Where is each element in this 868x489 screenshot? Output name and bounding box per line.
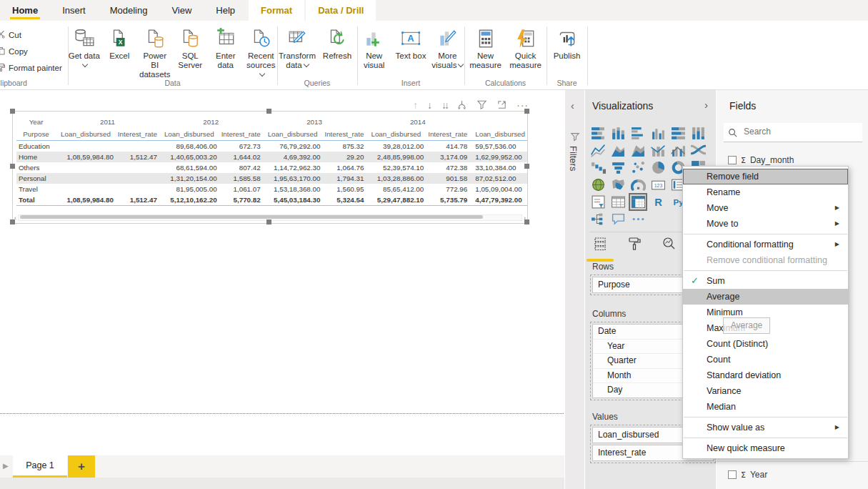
format-painter-button[interactable]: Format painter xyxy=(0,60,62,75)
matrix-row-personal[interactable]: Personal1,31,20,154.001,585.581,95,63,17… xyxy=(16,173,527,184)
visual-resize-handle[interactable] xyxy=(266,109,271,114)
matrix-visual[interactable]: Year2011201220132014PurposeLoan_disburse… xyxy=(12,111,528,224)
menu-item-median[interactable]: Median xyxy=(683,399,848,415)
visual-type-area-chart-icon[interactable] xyxy=(610,143,626,158)
menu-item-count-distinct-[interactable]: Count (Distinct) xyxy=(683,336,848,352)
text-box-button[interactable]: AText box xyxy=(394,25,427,70)
matrix-row-others[interactable]: Others68,61,594.00807.421,14,72,962.301,… xyxy=(16,162,527,173)
matrix-row-total[interactable]: Total1,08,59,984.801,512.475,12,10,162.2… xyxy=(16,194,527,206)
menu-item-variance[interactable]: Variance xyxy=(683,383,848,399)
expand-filters-icon[interactable]: ‹ xyxy=(571,100,574,112)
visual-resize-handle[interactable] xyxy=(10,164,15,169)
sql-server-button[interactable]: SQL Server xyxy=(174,25,207,79)
pages-scroll-icon[interactable]: ▶ xyxy=(3,462,9,470)
matrix-row-travel[interactable]: Travel81,95,005.001,061.071,53,18,368.00… xyxy=(16,184,527,194)
copy-button[interactable]: Copy xyxy=(0,44,28,59)
arrow-down-icon[interactable]: ↓ xyxy=(427,100,432,110)
menu-tab-home[interactable]: Home xyxy=(0,0,50,21)
visual-type-map-icon[interactable] xyxy=(590,177,606,192)
refresh-button[interactable]: Refresh xyxy=(319,25,356,70)
field-item-day-month[interactable]: Σ Day_month xyxy=(728,153,794,167)
menu-tab-data-drill[interactable]: Data / Drill xyxy=(306,0,376,21)
page-tab[interactable]: Page 1 xyxy=(13,455,67,478)
add-page-button[interactable]: + xyxy=(68,455,95,478)
visual-type-clustered-bar-chart-icon[interactable] xyxy=(630,126,646,141)
enter-data-button[interactable]: Enter data xyxy=(209,25,242,79)
tab-format[interactable] xyxy=(624,236,645,259)
get-data-button[interactable]: Get data xyxy=(68,25,101,79)
field-checkbox[interactable] xyxy=(728,156,737,164)
menu-tab-format[interactable]: Format xyxy=(249,0,304,21)
filter-icon[interactable] xyxy=(477,99,487,112)
visual-type-qa-icon[interactable] xyxy=(610,212,626,227)
visual-type-line-stacked-column-chart-icon[interactable] xyxy=(650,143,666,158)
arrow-up-icon[interactable]: ↑ xyxy=(413,100,418,110)
visual-type-slicer-icon[interactable] xyxy=(590,194,606,209)
visual-type-line-clustered-column-chart-icon[interactable] xyxy=(670,143,686,158)
visual-type-stacked-bar-chart-icon[interactable] xyxy=(590,126,606,141)
visual-type-line-chart-icon[interactable] xyxy=(590,143,606,158)
visual-type-r-script-icon[interactable]: R xyxy=(650,194,666,209)
transform-data-button[interactable]: Transform data xyxy=(279,25,316,70)
visual-resize-handle[interactable] xyxy=(10,109,15,114)
publish-button[interactable]: Publish xyxy=(549,25,586,61)
visual-type-funnel-chart-icon[interactable] xyxy=(610,160,626,175)
menu-item-conditional-formatting[interactable]: Conditional formatting▶ xyxy=(683,237,848,252)
power-bi-datasets-button[interactable]: Power BI datasets xyxy=(139,25,171,79)
double-arrow-down-icon[interactable]: ↓↓ xyxy=(442,100,447,110)
visual-resize-handle[interactable] xyxy=(524,164,529,169)
visual-type-hundred-stacked-bar-chart-icon[interactable] xyxy=(670,126,686,141)
visual-type-ribbon-chart-icon[interactable] xyxy=(690,143,706,158)
menu-item-count[interactable]: Count xyxy=(683,352,848,367)
menu-item-move-to[interactable]: Move to▶ xyxy=(683,216,848,232)
visual-type-pie-chart-icon[interactable] xyxy=(650,160,666,175)
menu-tab-help[interactable]: Help xyxy=(204,0,247,21)
matrix-row-home[interactable]: Home1,08,59,984.801,512.471,40,65,003.20… xyxy=(16,152,527,162)
menu-item-sum[interactable]: Sum✓ xyxy=(683,273,848,289)
visual-resize-handle[interactable] xyxy=(266,219,271,224)
visual-type-card-icon[interactable]: 123 xyxy=(650,177,666,192)
menu-tab-insert[interactable]: Insert xyxy=(50,0,98,21)
matrix-row-education[interactable]: Education89,68,406.00672.7376,79,292.008… xyxy=(16,141,527,152)
menu-tab-modeling[interactable]: Modeling xyxy=(98,0,160,21)
menu-item-standard-deviation[interactable]: Standard deviation xyxy=(683,367,848,383)
visual-type-hundred-stacked-column-chart-icon[interactable] xyxy=(690,126,706,141)
collapse-visualizations-icon[interactable]: › xyxy=(704,99,708,111)
visual-type-stacked-area-chart-icon[interactable] xyxy=(630,143,646,158)
focus-mode-icon[interactable] xyxy=(497,99,507,112)
excel-button[interactable]: XExcel xyxy=(104,25,136,79)
tab-fields[interactable] xyxy=(589,236,611,259)
visual-type-decomposition-tree-icon[interactable] xyxy=(590,212,606,227)
visual-type-more-visuals-options-icon[interactable] xyxy=(630,212,646,227)
field-checkbox[interactable] xyxy=(728,470,737,479)
menu-item-average[interactable]: Average xyxy=(683,289,848,305)
menu-item-show-value-as[interactable]: Show value as▶ xyxy=(683,420,848,435)
visual-type-gauge-icon[interactable] xyxy=(630,177,646,192)
cut-button[interactable]: Cut xyxy=(0,27,21,42)
visual-type-stacked-column-chart-icon[interactable] xyxy=(610,126,626,141)
search-box[interactable] xyxy=(724,123,862,142)
visual-type-scatter-chart-icon[interactable] xyxy=(630,160,646,175)
menu-item-rename[interactable]: Rename xyxy=(683,184,848,200)
recent-sources-button[interactable]: Recent sources xyxy=(245,25,278,79)
quick-measure-button[interactable]: Quick measure xyxy=(507,25,544,70)
menu-item-new-quick-measure[interactable]: New quick measure xyxy=(683,440,848,456)
filters-pane-label[interactable]: Filters xyxy=(568,146,579,171)
field-item-year[interactable]: Σ Year xyxy=(728,468,767,482)
visual-resize-handle[interactable] xyxy=(10,219,15,224)
search-input[interactable] xyxy=(742,126,859,137)
visual-resize-handle[interactable] xyxy=(524,109,529,114)
visual-type-table-icon[interactable] xyxy=(610,194,626,209)
new-measure-button[interactable]: New measure xyxy=(467,25,504,70)
visual-type-clustered-column-chart-icon[interactable] xyxy=(650,126,666,141)
menu-item-move[interactable]: Move▶ xyxy=(683,200,848,216)
expand-hierarchy-icon[interactable] xyxy=(457,99,467,112)
tab-analytics[interactable] xyxy=(658,236,679,259)
menu-tab-view[interactable]: View xyxy=(159,0,204,21)
visual-resize-handle[interactable] xyxy=(524,219,529,224)
report-canvas[interactable]: ↑↓↓↓··· Year2011201220132014PurposeLoan_… xyxy=(0,90,564,455)
visual-type-filled-map-icon[interactable] xyxy=(610,177,626,192)
new-visual-button[interactable]: New visual xyxy=(357,25,391,70)
visual-type-waterfall-chart-icon[interactable] xyxy=(590,160,606,175)
more-visuals-button[interactable]: More visuals xyxy=(431,25,464,70)
